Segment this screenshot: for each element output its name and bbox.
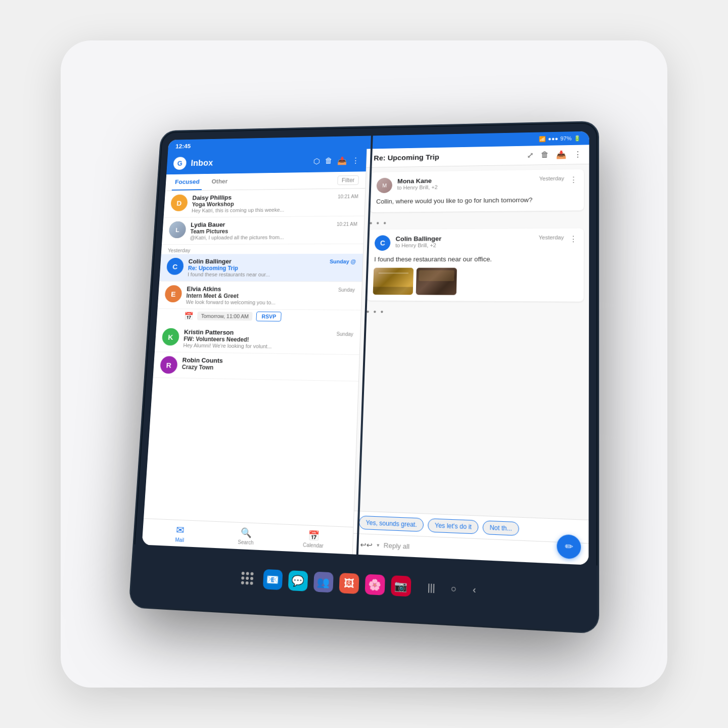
dock-app-frames[interactable]: 🖼 xyxy=(339,573,359,594)
email-item-kristin[interactable]: K Kristin Patterson Sunday FW: Volunteer… xyxy=(155,324,360,355)
nav-mail[interactable]: ✉ Mail xyxy=(147,522,213,544)
detail-expand-icon[interactable]: ⤢ xyxy=(527,151,533,160)
google-icon: G xyxy=(173,157,187,170)
email-body-lydia: Lydia Bauer 10:21 AM Team Pictures @Katr… xyxy=(190,220,357,240)
thread-more-mona[interactable]: ⋮ xyxy=(569,175,577,185)
sender-kristin: Kristin Patterson xyxy=(184,328,234,336)
nav-calendar[interactable]: 📅 Calendar xyxy=(279,528,348,550)
calendar-icon: 📅 xyxy=(308,530,320,542)
mail-icon: ✉ xyxy=(176,524,185,536)
dock-app-teams[interactable]: 👥 xyxy=(313,572,333,593)
reply-label: Reply all xyxy=(384,541,410,551)
thread-ellipsis-1: • • • xyxy=(370,215,584,230)
mail-label: Mail xyxy=(175,537,184,543)
inbox-header-actions: ⬡ 🗑 📥 ⋮ xyxy=(313,156,360,165)
chat-icon: 💬 xyxy=(291,574,304,587)
email-body-kristin: Kristin Patterson Sunday FW: Volunteers … xyxy=(183,328,353,350)
thread-more-colin[interactable]: ⋮ xyxy=(569,234,578,244)
screen-content: G Inbox ⬡ 🗑 📥 ⋮ Foc xyxy=(142,145,589,565)
page-background: 12:45 📶 ●●● 97% 🔋 G xyxy=(61,40,667,688)
battery-icon: 🔋 xyxy=(574,135,581,142)
detail-delete-icon[interactable]: 🗑 xyxy=(540,150,549,159)
thread-avatar-mona: M xyxy=(377,178,393,193)
dock-app-flower[interactable]: 🌸 xyxy=(365,574,385,595)
preview-lydia: @Katri, I uploaded all the pictures from… xyxy=(190,234,357,241)
restaurant-img-1 xyxy=(373,268,414,295)
compose-fab[interactable]: ✏ xyxy=(557,534,581,559)
sender-colin: Colin Ballinger xyxy=(188,258,232,265)
email-item-robin[interactable]: R Robin Counts Crazy Town xyxy=(153,352,360,381)
email-body-elvia: Elvia Atkins Sunday Intern Meet & Greet … xyxy=(186,285,355,306)
avatar-colin: C xyxy=(166,258,184,275)
expand-icon[interactable]: ⬡ xyxy=(313,157,321,166)
reply-dropdown-icon: ▾ xyxy=(377,542,379,548)
thread-meta-colin: Colin Ballinger to Henry Brill, +2 xyxy=(395,234,533,248)
avatar-robin: R xyxy=(160,356,178,374)
quick-reply-3[interactable]: Not th... xyxy=(483,520,519,536)
filter-button[interactable]: Filter xyxy=(337,175,359,185)
home-button[interactable]: ○ xyxy=(451,583,457,595)
detail-archive-icon[interactable]: 📥 xyxy=(556,150,566,160)
thread-ellipsis-2: • • • xyxy=(366,305,583,320)
tab-other[interactable]: Other xyxy=(208,173,231,190)
thread-item-colin: C Colin Ballinger to Henry Brill, +2 Yes… xyxy=(367,228,584,302)
thread-header-mona: M Mona Kane to Henry Brill, +2 Yesterday… xyxy=(377,175,578,193)
app-grid-button[interactable] xyxy=(241,572,253,585)
time-elvia: Sunday xyxy=(338,287,355,293)
dock-app-chat[interactable]: 💬 xyxy=(288,570,308,592)
nav-search[interactable]: 🔍 Search xyxy=(212,526,280,547)
camera-icon: 📷 xyxy=(394,579,407,593)
left-panel: G Inbox ⬡ 🗑 📥 ⋮ Foc xyxy=(142,149,368,555)
inbox-title: Inbox xyxy=(191,156,309,168)
thread-meta-mona: Mona Kane to Henry Brill, +2 xyxy=(397,176,534,191)
thread-body-mona: Collin, where would you like to go for l… xyxy=(376,195,578,206)
tab-focused[interactable]: Focused xyxy=(172,174,203,191)
phone-frame: 12:45 📶 ●●● 97% 🔋 G xyxy=(130,122,598,632)
reply-bar[interactable]: ↩↩ ▾ Reply all xyxy=(353,533,588,565)
thread-avatar-colin: C xyxy=(375,235,391,251)
rsvp-button[interactable]: RSVP xyxy=(256,311,282,322)
calendar-icon-small: 📅 xyxy=(184,311,194,321)
avatar-kristin: K xyxy=(162,328,180,346)
email-body-colin: Colin Ballinger Sunday @ Re: Upcoming Tr… xyxy=(188,258,356,278)
quick-replies: Yes, sounds great. Yes let's do it Not t… xyxy=(354,511,589,543)
thread-time-mona: Yesterday xyxy=(539,175,564,181)
signal-icon: ●●● xyxy=(548,135,558,142)
email-item-lydia[interactable]: L Lydia Bauer 10:21 AM Team Pictures @Ka… xyxy=(162,216,365,245)
delete-icon[interactable]: 🗑 xyxy=(325,156,333,165)
email-body-robin: Robin Counts Crazy Town xyxy=(181,356,352,374)
event-time: Tomorrow, 11:00 AM xyxy=(197,311,253,321)
back-button[interactable]: ‹ xyxy=(473,584,476,596)
quick-reply-1[interactable]: Yes, sounds great. xyxy=(359,516,424,532)
preview-colin: I found these restaurants near our... xyxy=(188,271,355,278)
recent-apps-button[interactable]: ||| xyxy=(428,582,435,594)
time-lydia: 10:21 AM xyxy=(337,221,357,227)
sender-lydia: Lydia Bauer xyxy=(191,221,225,228)
status-time: 12:45 xyxy=(175,143,191,150)
dock-app-camera[interactable]: 📷 xyxy=(391,575,411,597)
detail-more-icon[interactable]: ⋮ xyxy=(574,150,582,159)
inbox-header: G Inbox ⬡ 🗑 📥 ⋮ xyxy=(166,149,367,175)
email-item-colin[interactable]: C Colin Ballinger Sunday @ xyxy=(159,254,363,282)
email-item-daisy[interactable]: D Daisy Phillips 10:21 AM Yoga Workshop … xyxy=(163,189,365,218)
quick-reply-2[interactable]: Yes let's do it xyxy=(428,518,479,534)
flower-icon: 🌸 xyxy=(368,578,381,592)
email-body-daisy: Daisy Phillips 10:21 AM Yoga Workshop He… xyxy=(192,193,358,213)
archive-icon[interactable]: 📥 xyxy=(337,156,347,165)
email-detail-body: M Mona Kane to Henry Brill, +2 Yesterday… xyxy=(354,164,589,520)
dock-app-outlook[interactable]: 📧 xyxy=(262,569,283,590)
email-item-elvia[interactable]: E Elvia Atkins Sunday Intern Meet & Gree… xyxy=(158,282,362,310)
rsvp-banner: 📅 Tomorrow, 11:00 AM RSVP xyxy=(157,309,361,326)
wifi-icon: 📶 xyxy=(539,135,546,142)
compose-icon: ✏ xyxy=(565,540,573,553)
avatar-daisy: D xyxy=(170,195,188,211)
search-icon: 🔍 xyxy=(241,527,252,538)
more-icon[interactable]: ⋮ xyxy=(352,156,360,165)
calendar-label: Calendar xyxy=(303,542,324,549)
detail-subject: Re: Upcoming Trip xyxy=(374,153,439,162)
thread-sender-colin: Colin Ballinger xyxy=(395,234,533,242)
phone-wrapper: 12:45 📶 ●●● 97% 🔋 G xyxy=(130,122,598,632)
avatar-lydia: L xyxy=(169,221,187,238)
time-daisy: 10:21 AM xyxy=(338,194,358,199)
thread-to-mona: to Henry Brill, +2 xyxy=(397,183,534,191)
